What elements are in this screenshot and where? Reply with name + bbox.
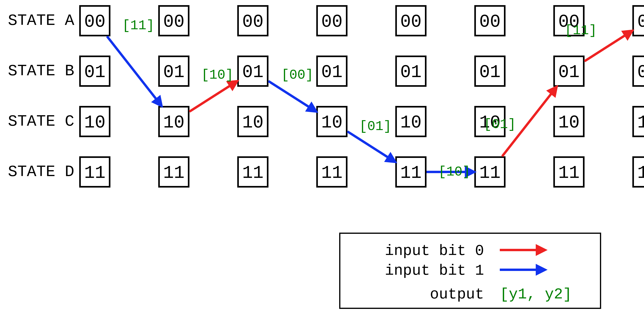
- state-node-value: 01: [84, 62, 106, 82]
- transition-arrow: [268, 81, 316, 112]
- state-node-value: 00: [321, 12, 342, 32]
- state-node-value: 11: [163, 163, 184, 183]
- trellis-diagram: STATE ASTATE BSTATE CSTATE D000110110001…: [0, 0, 644, 317]
- state-node-value: 11: [400, 163, 422, 183]
- state-node-value: 10: [242, 113, 264, 133]
- state-row-label: STATE C: [8, 112, 74, 130]
- state-node-value: 11: [558, 163, 580, 183]
- state-node-value: 11: [242, 163, 264, 183]
- legend-input0-label: input bit 0: [385, 242, 484, 259]
- state-node-value: 01: [242, 62, 264, 82]
- transition-output-label: [11]: [122, 18, 154, 33]
- state-row-label: STATE D: [8, 163, 74, 181]
- state-node-value: 10: [637, 113, 644, 133]
- state-node-value: 10: [400, 113, 422, 133]
- state-node-value: 10: [321, 113, 342, 133]
- transition-output-label: [01]: [359, 119, 391, 134]
- state-node-value: 01: [163, 62, 184, 82]
- transition-output-label: [00]: [281, 67, 313, 83]
- state-node-value: 00: [163, 12, 184, 32]
- state-node-value: 11: [84, 163, 106, 183]
- transition-output-label: [10]: [438, 164, 470, 179]
- state-node-value: 11: [321, 163, 342, 183]
- legend-output-value: [y1, y2]: [500, 286, 572, 303]
- state-node-value: 00: [479, 12, 500, 32]
- transition-output-label: [10]: [201, 67, 233, 83]
- state-node-value: 11: [637, 163, 644, 183]
- transition-output-label: [11]: [564, 23, 597, 38]
- state-node-value: 10: [163, 113, 184, 133]
- state-node-value: 00: [400, 12, 422, 32]
- transition-arrow: [348, 131, 395, 162]
- state-node-value: 01: [558, 62, 580, 82]
- state-node-value: 01: [637, 62, 644, 82]
- state-node-value: 11: [479, 163, 500, 183]
- state-node-value: 10: [84, 113, 106, 133]
- state-node-value: 00: [242, 12, 264, 32]
- state-row-label: STATE B: [8, 62, 74, 80]
- transition-arrow: [190, 81, 237, 112]
- legend-input1-label: input bit 1: [385, 262, 484, 279]
- state-node-value: 01: [321, 62, 342, 82]
- state-node-value: 01: [400, 62, 422, 82]
- state-row-label: STATE A: [8, 12, 74, 30]
- transition-arrow: [107, 36, 162, 106]
- state-node-value: 00: [84, 12, 106, 32]
- transition-output-label: [01]: [484, 117, 516, 132]
- legend-output-label: output: [430, 286, 484, 303]
- state-node-value: 01: [479, 62, 500, 82]
- state-node-value: 10: [558, 113, 580, 133]
- state-node-value: 00: [637, 12, 644, 32]
